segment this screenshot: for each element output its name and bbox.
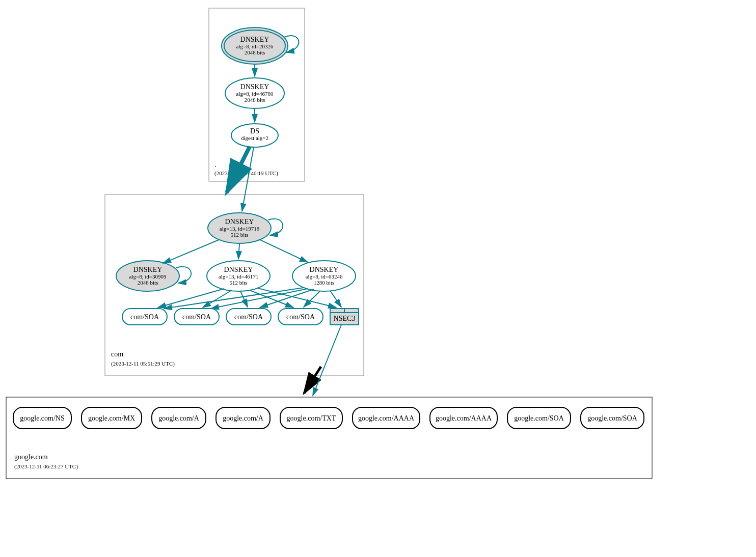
svg-text:google.com/TXT: google.com/TXT <box>287 414 336 422</box>
node-google-a-2: google.com/A <box>216 407 270 429</box>
edge-nsec3-to-google-thick <box>304 367 321 393</box>
node-dnskey-com-46171: DNSKEY alg=13, id=46171 512 bits <box>207 261 270 291</box>
svg-text:DNSKEY: DNSKEY <box>225 218 254 226</box>
edge-c1-c2 <box>163 239 220 263</box>
svg-text:google.com/A: google.com/A <box>223 414 264 422</box>
svg-text:google.com/A: google.com/A <box>158 414 200 422</box>
node-com-soa-4: com/SOA <box>278 309 323 325</box>
svg-text:DNSKEY: DNSKEY <box>224 266 253 273</box>
svg-text:com/SOA: com/SOA <box>182 313 211 321</box>
svg-text:alg=8, id=63246: alg=8, id=63246 <box>306 273 343 280</box>
node-com-soa-2: com/SOA <box>174 309 219 325</box>
node-google-txt: google.com/TXT <box>280 407 342 429</box>
node-google-mx: google.com/MX <box>82 407 142 429</box>
node-google-aaaa-2: google.com/AAAA <box>430 407 497 429</box>
svg-text:DNSKEY: DNSKEY <box>240 83 269 91</box>
svg-text:alg=8, id=46780: alg=8, id=46780 <box>236 91 274 97</box>
svg-text:com/SOA: com/SOA <box>286 313 315 321</box>
svg-text:alg=13, id=46171: alg=13, id=46171 <box>219 273 258 280</box>
svg-text:alg=8, id=20326: alg=8, id=20326 <box>236 43 274 49</box>
node-google-soa-1: google.com/SOA <box>507 407 571 429</box>
zone-root-name: . <box>214 161 217 169</box>
node-dnskey-com-ksk: DNSKEY alg=13, id=19718 512 bits <box>208 213 271 243</box>
e-c4-soa4 <box>304 291 320 307</box>
node-dnskey-root-ksk: DNSKEY alg=8, id=20326 2048 bits <box>222 27 288 64</box>
zone-google-ts: (2023-12-11 06:23:27 UTC) <box>14 463 78 470</box>
zone-com-ts: (2023-12-11 05:51:29 UTC) <box>111 360 175 367</box>
dnssec-chain-diagram: . (2023-12-11 03:40:19 UTC) DNSKEY alg=8… <box>0 0 756 557</box>
e-c4-nsec3 <box>330 291 341 307</box>
node-dnskey-root-zsk: DNSKEY alg=8, id=46780 2048 bits <box>225 78 284 108</box>
svg-text:2048 bits: 2048 bits <box>245 97 265 103</box>
node-google-aaaa-1: google.com/AAAA <box>353 407 420 429</box>
svg-text:alg=13, id=19718: alg=13, id=19718 <box>220 226 260 232</box>
svg-text:digest alg=2: digest alg=2 <box>241 135 268 141</box>
node-ds-root: DS digest alg=2 <box>231 124 278 147</box>
node-com-soa-3: com/SOA <box>226 309 271 325</box>
svg-text:DS: DS <box>250 127 259 135</box>
svg-text:1280 bits: 1280 bits <box>314 280 335 286</box>
svg-text:2048 bits: 2048 bits <box>138 280 158 286</box>
zone-google-name: google.com <box>14 453 48 461</box>
svg-text:google.com/AAAA: google.com/AAAA <box>436 414 492 422</box>
node-google-ns: google.com/NS <box>13 407 71 429</box>
svg-text:alg=8, id=30909: alg=8, id=30909 <box>129 273 167 280</box>
edge-c1-c3 <box>238 244 239 259</box>
svg-text:512 bits: 512 bits <box>230 232 248 238</box>
svg-text:DNSKEY: DNSKEY <box>240 36 269 43</box>
svg-text:google.com/SOA: google.com/SOA <box>514 414 564 422</box>
svg-text:com/SOA: com/SOA <box>234 313 263 321</box>
node-google-soa-2: google.com/SOA <box>581 407 644 429</box>
svg-text:google.com/AAAA: google.com/AAAA <box>358 414 415 422</box>
svg-text:NSEC3: NSEC3 <box>334 315 356 322</box>
zone-root-ts: (2023-12-11 03:40:19 UTC) <box>214 170 278 177</box>
node-com-soa-1: com/SOA <box>122 309 167 325</box>
e-c3-soa3 <box>240 291 248 307</box>
svg-text:google.com/SOA: google.com/SOA <box>587 414 637 422</box>
edge-c1-c4 <box>259 239 308 262</box>
svg-text:google.com/NS: google.com/NS <box>20 414 65 422</box>
svg-text:DNSKEY: DNSKEY <box>310 266 339 273</box>
svg-text:DNSKEY: DNSKEY <box>133 266 163 273</box>
node-google-a-1: google.com/A <box>152 407 206 429</box>
zone-com-name: com <box>111 350 123 358</box>
svg-text:512 bits: 512 bits <box>229 280 247 286</box>
edge-nsec3-to-google <box>313 325 341 396</box>
svg-text:google.com/MX: google.com/MX <box>88 414 135 422</box>
svg-text:2048 bits: 2048 bits <box>245 49 265 55</box>
node-dnskey-com-63246: DNSKEY alg=8, id=63246 1280 bits <box>292 261 356 291</box>
svg-text:com/SOA: com/SOA <box>130 313 159 321</box>
e-c4-soa2 <box>211 289 308 309</box>
node-dnskey-com-30909: DNSKEY alg=8, id=30909 2048 bits <box>116 261 179 291</box>
node-nsec3: NSEC3 <box>330 309 359 325</box>
